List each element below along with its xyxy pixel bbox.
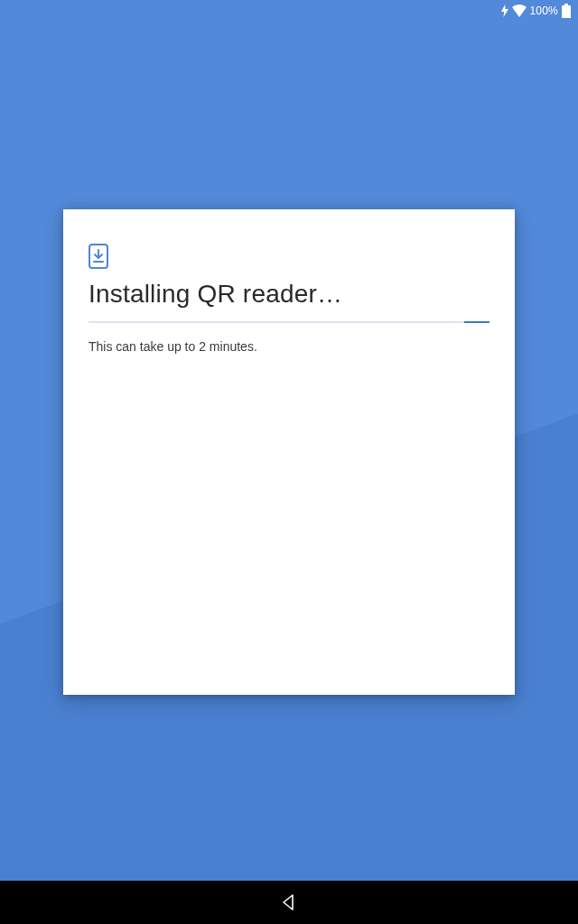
progress-bar bbox=[89, 321, 489, 323]
screen: 100% Installing QR reader… This can take… bbox=[0, 0, 578, 924]
battery-percent: 100% bbox=[530, 5, 559, 17]
navigation-bar bbox=[0, 881, 578, 924]
install-title: Installing QR reader… bbox=[89, 280, 489, 309]
device-download-icon bbox=[89, 244, 108, 269]
progress-indicator bbox=[464, 321, 489, 323]
install-subtext: This can take up to 2 minutes. bbox=[89, 339, 489, 354]
charging-bolt-icon bbox=[501, 5, 508, 17]
install-card: Installing QR reader… This can take up t… bbox=[63, 209, 515, 695]
wifi-icon bbox=[512, 5, 527, 17]
status-bar: 100% bbox=[0, 0, 578, 22]
battery-icon bbox=[562, 4, 571, 18]
back-button[interactable] bbox=[281, 894, 297, 910]
